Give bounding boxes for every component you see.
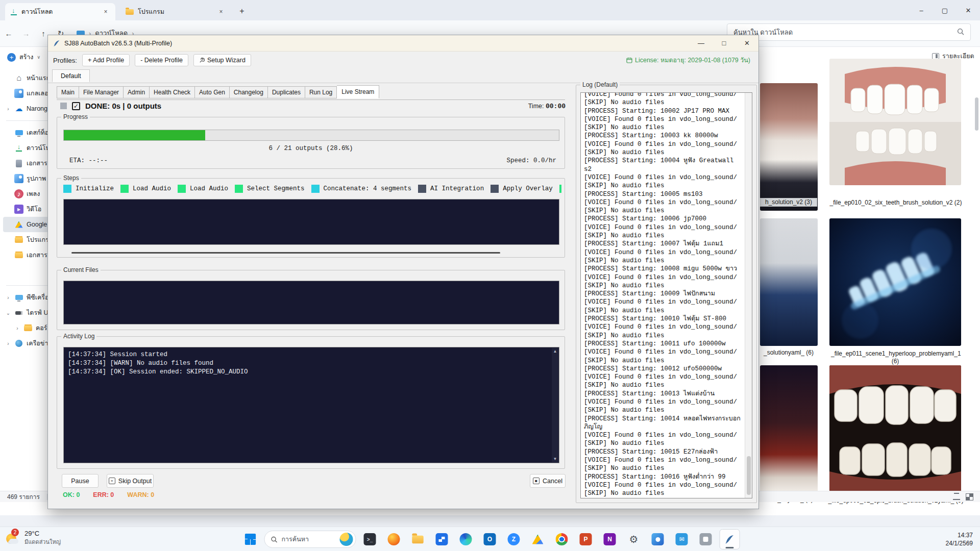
profile-tab-default[interactable]: Default	[52, 69, 90, 82]
log-line: [PROCESS] Starting: 10006 jp7000	[584, 215, 744, 223]
file-name[interactable]: _solutionyaml_ (6)	[760, 349, 817, 357]
taskbar-app-chrome[interactable]	[552, 529, 572, 549]
file-thumbnail-partial[interactable]	[760, 218, 818, 346]
pause-button[interactable]: Pause	[62, 474, 99, 488]
taskbar-search[interactable]: การค้นหา	[264, 531, 356, 548]
close-tab-icon[interactable]: ×	[101, 7, 110, 16]
file-thumbnail-partial[interactable]	[760, 365, 818, 493]
step-color-icon	[178, 185, 186, 193]
grid-view-icon[interactable]	[966, 494, 973, 500]
new-item-button[interactable]: + สร้าง ∨	[7, 52, 40, 62]
taskbar-clock[interactable]: 14:37 24/1/2569	[946, 531, 973, 547]
chevron-icon[interactable]: ›	[5, 106, 11, 112]
search-highlight-icon[interactable]	[340, 533, 353, 546]
list-view-icon[interactable]	[953, 494, 960, 500]
file-name[interactable]: _file_ep010_02_six_teeth_brush_solution_…	[824, 199, 967, 207]
stop-square-icon[interactable]	[60, 103, 67, 109]
taskbar-app-powerpoint[interactable]	[576, 529, 596, 549]
back-button[interactable]: ←	[0, 29, 17, 38]
tab-run-log[interactable]: Run Log	[305, 86, 337, 98]
scroll-up-icon[interactable]: ▲	[553, 349, 557, 354]
status-row: ✓ DONE: 0s | 0 outputs	[60, 102, 161, 110]
file-name[interactable]: _file_ep011_scene1_hyperloop_problemyaml…	[831, 350, 960, 365]
file-name-selected[interactable]: h_solution_v2 (3)	[760, 198, 817, 207]
taskbar-app-edge[interactable]	[456, 529, 476, 549]
taskbar-app-store[interactable]	[432, 529, 452, 549]
delete-profile-button[interactable]: - Delete Profile	[135, 54, 188, 66]
taskbar-app-mail[interactable]	[672, 529, 692, 549]
tab-health-check[interactable]: Health Check	[150, 86, 195, 98]
minimize-button[interactable]: –	[910, 0, 933, 20]
tab-auto-gen[interactable]: Auto Gen	[195, 86, 230, 98]
cancel-button[interactable]: ■ Cancel	[530, 474, 566, 488]
close-button[interactable]: ✕	[957, 0, 980, 20]
log-line: [VOICE] Found 0 files in vdo_long_sound/	[584, 348, 744, 356]
microsoft-store-icon	[436, 533, 448, 545]
explorer-tab-downloads[interactable]: ดาวน์โหลด ×	[5, 3, 115, 20]
weather-temp: 29°C	[24, 530, 61, 537]
scroll-down-icon[interactable]: ▼	[553, 457, 557, 461]
log-line: [PROCESS] Starting: 10002 JP17 PRO MAX	[584, 107, 744, 115]
file-thumbnail[interactable]	[829, 365, 961, 493]
file-thumbnail[interactable]	[829, 218, 961, 346]
setup-wizard-button[interactable]: Setup Wizard	[193, 54, 251, 66]
file-list-scrollbar[interactable]	[974, 49, 979, 511]
autobatch-dialog: SJ88 AutoBatch v26.5.3 (Multi-Profile) —…	[47, 35, 759, 509]
new-tab-button[interactable]: +	[235, 4, 249, 18]
taskbar-app-zoom[interactable]	[504, 529, 524, 549]
log-line: [SKIP] No audio files	[584, 207, 744, 215]
file-explorer-icon	[412, 535, 423, 543]
weather-widget[interactable]: 2 29°C มีแดดส่วนใหญ่	[5, 530, 61, 546]
file-thumbnail-partial[interactable]	[760, 83, 818, 211]
skip-output-button[interactable]: » Skip Output	[107, 474, 154, 488]
dialog-close-button[interactable]: ✕	[736, 35, 758, 51]
tab-main[interactable]: Main	[57, 86, 79, 98]
done-status-text: DONE: 0s | 0 outputs	[85, 102, 161, 110]
start-button[interactable]	[240, 529, 261, 549]
log-line: [SKIP] No audio files	[584, 381, 744, 389]
taskbar-app-python-autobatch[interactable]	[720, 529, 740, 549]
chevron-icon[interactable]: ›	[14, 325, 20, 331]
taskbar-app-settings[interactable]	[624, 529, 644, 549]
step-chip: Apply Overlay	[491, 185, 553, 193]
taskbar-app-outlook[interactable]	[480, 529, 500, 549]
chevron-icon[interactable]: ⌄	[5, 310, 11, 316]
activity-log-line: [14:37:34] Session started	[68, 350, 549, 359]
steps-horizontal-scrollbar[interactable]	[71, 252, 500, 254]
tab-live-stream[interactable]: Live Stream	[337, 85, 379, 98]
tab-file-manager[interactable]: File Manager	[79, 86, 124, 98]
explorer-search-box[interactable]: ค้นหาใน ดาวน์โหลด	[727, 23, 971, 41]
log-scrollbar[interactable]	[745, 93, 752, 498]
activity-log-scrollbar[interactable]: ▲▼	[552, 348, 558, 462]
taskbar-app-onenote[interactable]	[600, 529, 620, 549]
taskbar-app-google-drive[interactable]	[528, 529, 548, 549]
xray-teeth-image-thumbnail	[829, 218, 961, 346]
log-line: [VOICE] Found 0 files in vdo_long_sound/	[584, 481, 744, 489]
chevron-icon[interactable]: ›	[5, 295, 11, 300]
add-profile-button[interactable]: + Add Profile	[82, 54, 130, 66]
dialog-minimize-button[interactable]: —	[690, 35, 713, 51]
taskbar-app-file-explorer[interactable]	[408, 529, 428, 549]
taskbar-app-terminal[interactable]	[360, 529, 380, 549]
file-thumbnail[interactable]	[829, 59, 961, 185]
dialog-maximize-button[interactable]: □	[713, 35, 736, 51]
log-panel[interactable]: [VOICE] Found 0 files in vdo_long_sound/…	[580, 92, 752, 498]
maximize-button[interactable]: ▢	[933, 0, 957, 20]
taskbar-app-utility[interactable]	[696, 529, 716, 549]
tab-changelog[interactable]: Changelog	[230, 86, 268, 98]
chevron-icon[interactable]: ›	[5, 341, 11, 346]
dialog-title-bar[interactable]: SJ88 AutoBatch v26.5.3 (Multi-Profile) —…	[48, 35, 758, 52]
tab-duplicates[interactable]: Duplicates	[268, 86, 305, 98]
taskbar-app-firefox[interactable]	[384, 529, 404, 549]
forward-button[interactable]: →	[17, 29, 35, 38]
search-icon[interactable]	[957, 28, 964, 37]
close-tab-icon[interactable]: ×	[216, 7, 226, 16]
scrollbar-thumb[interactable]	[975, 97, 978, 131]
tab-admin[interactable]: Admin	[124, 86, 150, 98]
log-scrollbar-thumb[interactable]	[747, 456, 751, 495]
taskbar-app-photos[interactable]	[648, 529, 668, 549]
current-files-label: Current Files	[61, 266, 101, 273]
log-line: [PROCESS] Starting: 10008 migu 5000w ขาว	[584, 265, 744, 273]
explorer-tab-programs[interactable]: โปรแกรม ×	[120, 3, 231, 20]
done-checkbox[interactable]: ✓	[72, 102, 80, 110]
